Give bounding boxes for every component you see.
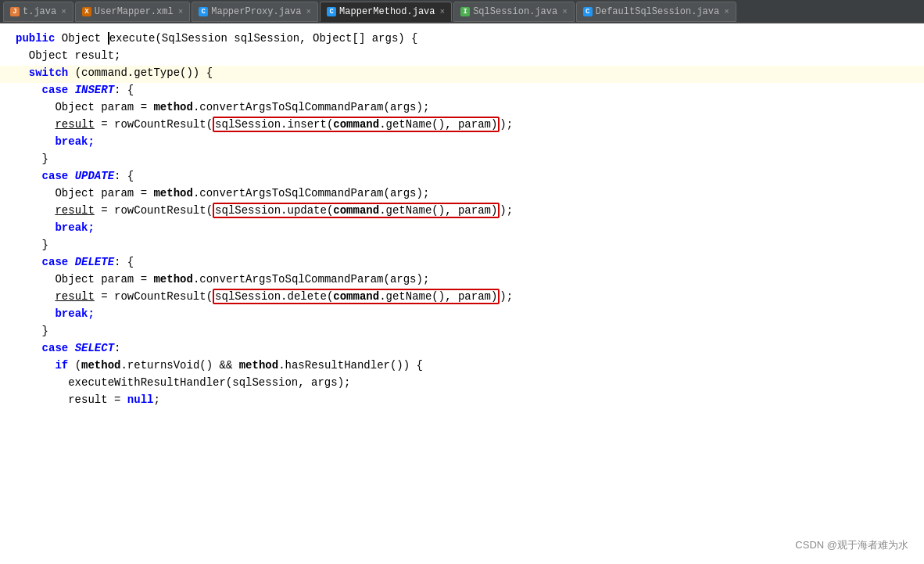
tab-close-mappermethod[interactable]: × [440, 7, 446, 16]
code-line-21: executeWithResultHandler(sqlSession, arg… [0, 375, 924, 393]
tab-label-mapperproxy: MapperProxy.java [211, 6, 301, 17]
code-line-10: Object param = method.convertArgsToSqlCo… [0, 186, 924, 203]
code-line-4: case INSERT: { [0, 83, 924, 100]
tab-icon-mappermethod: C [327, 7, 336, 16]
tab-t-java[interactable]: Jt.java× [3, 2, 73, 22]
code-line-9: case UPDATE: { [0, 169, 924, 186]
tab-icon-defaultsqlsession: C [583, 7, 593, 16]
tab-close-defaultsqlsession[interactable]: × [724, 7, 729, 16]
tab-label-defaultsqlsession: DefaultSqlSession.java [596, 6, 719, 17]
code-line-2: Object result; [0, 48, 924, 66]
tab-label-usermapper: UserMapper.xml [95, 6, 174, 17]
tab-label-t-java: t.java [23, 6, 56, 17]
code-line-5: Object param = method.convertArgsToSqlCo… [0, 100, 924, 117]
tab-icon-mapperproxy: C [199, 7, 208, 16]
code-area: public Object execute(SqlSession sqlSess… [0, 23, 924, 564]
code-line-20: if (method.returnsVoid() && method.hasRe… [0, 358, 924, 375]
code-line-17: break; [0, 307, 924, 324]
code-line-15: Object param = method.convertArgsToSqlCo… [0, 272, 924, 289]
tab-defaultsqlsession[interactable]: CDefaultSqlSession.java× [576, 2, 736, 22]
tab-usermapper[interactable]: XUserMapper.xml× [75, 2, 190, 22]
code-line-14: case DELETE: { [0, 255, 924, 272]
code-line-1: public Object execute(SqlSession sqlSess… [0, 31, 924, 48]
code-line-13: } [0, 238, 924, 255]
code-line-8: } [0, 152, 924, 169]
code-line-3: switch (command.getType()) { [0, 66, 924, 83]
code-line-7: break; [0, 135, 924, 152]
code-line-11: result = rowCountResult(sqlSession.updat… [0, 203, 924, 221]
tab-close-sqlsession[interactable]: × [562, 7, 568, 16]
code-line-6: result = rowCountResult(sqlSession.inser… [0, 117, 924, 135]
tab-close-usermapper[interactable]: × [178, 7, 184, 16]
code-line-19: case SELECT: [0, 341, 924, 358]
tab-close-mapperproxy[interactable]: × [306, 7, 311, 16]
tab-icon-sqlsession: I [460, 7, 470, 16]
code-line-18: } [0, 324, 924, 341]
tab-bar: Jt.java×XUserMapper.xml×CMapperProxy.jav… [0, 0, 924, 23]
tab-mappermethod[interactable]: CMapperMethod.java× [320, 2, 452, 22]
tab-label-mappermethod: MapperMethod.java [339, 6, 435, 17]
code-line-16: result = rowCountResult(sqlSession.delet… [0, 289, 924, 307]
code-line-12: break; [0, 221, 924, 238]
watermark: CSDN @观于海者难为水 [795, 538, 908, 552]
tab-label-sqlsession: SqlSession.java [473, 6, 557, 17]
tab-sqlsession[interactable]: ISqlSession.java× [453, 2, 575, 22]
tab-icon-usermapper: X [82, 7, 91, 16]
code-line-22: result = null; [0, 393, 924, 410]
tab-mapperproxy[interactable]: CMapperProxy.java× [192, 2, 318, 22]
tab-icon-t-java: J [10, 7, 20, 16]
tab-close-t-java[interactable]: × [61, 7, 66, 16]
